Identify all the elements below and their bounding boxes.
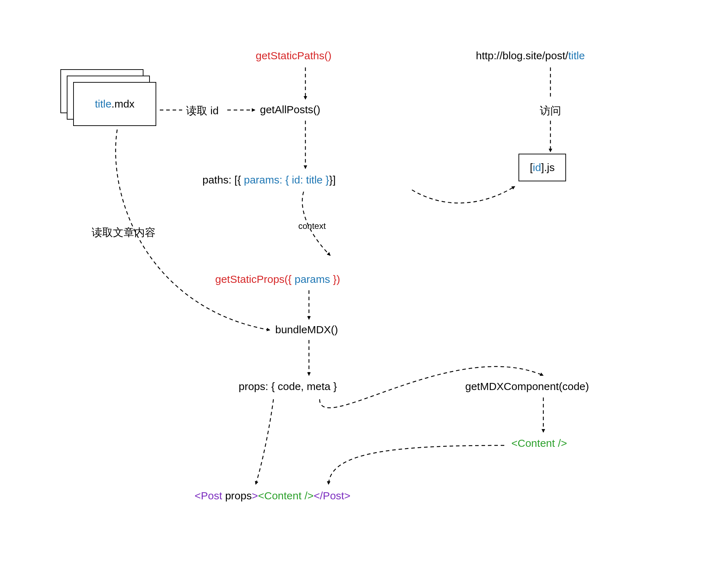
get-mdx-component: getMDXComponent(code) xyxy=(465,380,589,393)
paths: paths: [{ params: { id: title }}] xyxy=(202,174,336,186)
props: props: { code, meta } xyxy=(239,380,337,393)
file-title: title.mdx xyxy=(95,98,135,110)
content-jsx: <Content /> xyxy=(511,437,567,449)
id-js-box: [id].js xyxy=(518,154,566,181)
diagram: title.mdx getStaticPaths() 读取 id getAllP… xyxy=(0,0,728,565)
get-all-posts: getAllPosts() xyxy=(260,104,320,116)
url: http://blog.site/post/title xyxy=(476,50,585,62)
get-static-props: getStaticProps({ params }) xyxy=(215,273,340,285)
bundle-mdx: bundleMDX() xyxy=(275,324,338,336)
read-id-label: 读取 id xyxy=(186,104,219,118)
get-static-paths: getStaticPaths() xyxy=(256,50,331,62)
render-jsx: <Post props><Content /></Post> xyxy=(195,490,351,502)
read-content-label: 读取文章内容 xyxy=(92,225,156,240)
visit-label: 访问 xyxy=(540,104,561,118)
context-label: context xyxy=(298,221,326,231)
